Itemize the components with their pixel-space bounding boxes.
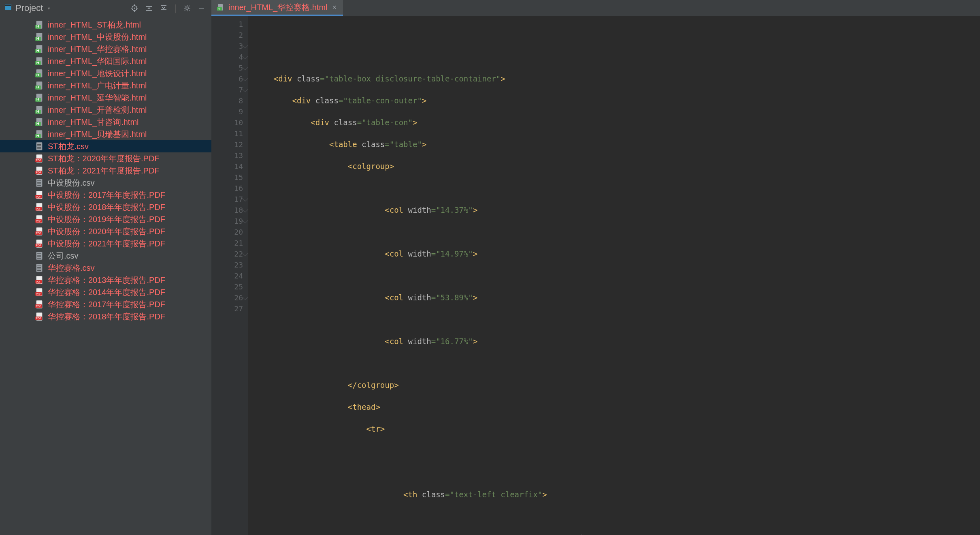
- tree-row[interactable]: 中设股份.csv: [0, 177, 211, 189]
- line-number[interactable]: 18: [211, 205, 243, 216]
- line-number[interactable]: 14: [211, 161, 243, 172]
- html-file-icon: H: [35, 69, 44, 78]
- html-file-icon: H: [35, 93, 44, 102]
- line-number[interactable]: 26: [211, 292, 243, 303]
- pdf-file-icon: PDF: [35, 166, 44, 175]
- pdf-file-icon: PDF: [35, 203, 44, 212]
- svg-point-3: [134, 7, 135, 9]
- line-number[interactable]: 10: [211, 117, 243, 128]
- tree-row[interactable]: PDF华控赛格：2013年年度报告.PDF: [0, 274, 211, 286]
- project-view-dropdown[interactable]: ▾: [47, 5, 50, 11]
- fold-handle-icon[interactable]: [242, 206, 249, 213]
- gear-icon[interactable]: [181, 2, 193, 14]
- line-number[interactable]: 15: [211, 172, 243, 183]
- editor-code-area[interactable]: <div class="table-box disclosure-table-c…: [248, 16, 980, 535]
- fold-handle-icon[interactable]: [242, 195, 249, 202]
- editor-gutter[interactable]: 1234567891011121314151617181920212223242…: [211, 16, 248, 535]
- line-number[interactable]: 17: [211, 194, 243, 205]
- tree-row[interactable]: PDF中设股份：2017年年度报告.PDF: [0, 189, 211, 201]
- pdf-file-icon: PDF: [35, 154, 44, 163]
- tree-row[interactable]: 华控赛格.csv: [0, 262, 211, 274]
- line-number[interactable]: 22: [211, 248, 243, 259]
- line-number[interactable]: 6: [211, 73, 243, 84]
- line-number[interactable]: 4: [211, 51, 243, 62]
- pdf-file-icon: PDF: [35, 312, 44, 321]
- tree-row[interactable]: ST柏龙.csv: [0, 140, 211, 152]
- svg-text:PDF: PDF: [36, 232, 41, 235]
- tree-row[interactable]: Hinner_HTML_ST柏龙.html: [0, 19, 211, 31]
- line-number[interactable]: 2: [211, 30, 243, 41]
- fold-handle-icon[interactable]: [242, 64, 249, 71]
- line-number[interactable]: 3: [211, 41, 243, 51]
- line-number[interactable]: 5: [211, 62, 243, 73]
- tree-row[interactable]: Hinner_HTML_延华智能.html: [0, 92, 211, 104]
- line-number[interactable]: 11: [211, 128, 243, 139]
- line-number[interactable]: 23: [211, 259, 243, 270]
- tree-row[interactable]: Hinner_HTML_华控赛格.html: [0, 43, 211, 55]
- line-number[interactable]: 21: [211, 238, 243, 248]
- editor-tab-active[interactable]: H inner_HTML_华控赛格.html ×: [211, 0, 343, 16]
- svg-text:H: H: [36, 121, 39, 126]
- tree-row[interactable]: PDF中设股份：2019年年度报告.PDF: [0, 213, 211, 225]
- tree-row[interactable]: PDF华控赛格：2014年年度报告.PDF: [0, 286, 211, 298]
- svg-text:PDF: PDF: [36, 293, 41, 295]
- minimize-icon[interactable]: [196, 2, 207, 14]
- tree-row[interactable]: Hinner_HTML_华阳国际.html: [0, 55, 211, 67]
- file-name-label: ST柏龙：2021年年度报告.PDF: [48, 165, 160, 176]
- code-editor[interactable]: 1234567891011121314151617181920212223242…: [211, 16, 980, 535]
- tree-row[interactable]: PDF中设股份：2020年年度报告.PDF: [0, 225, 211, 238]
- line-number[interactable]: 27: [211, 303, 243, 314]
- file-name-label: 中设股份：2017年年度报告.PDF: [48, 190, 165, 201]
- project-title[interactable]: Project: [15, 3, 43, 13]
- svg-text:H: H: [36, 48, 39, 53]
- fold-handle-icon[interactable]: [242, 53, 249, 60]
- expand-all-icon[interactable]: [143, 2, 155, 14]
- svg-text:PDF: PDF: [36, 171, 41, 174]
- line-number[interactable]: 13: [211, 150, 243, 161]
- file-name-label: 华控赛格：2013年年度报告.PDF: [48, 275, 165, 286]
- fold-handle-icon[interactable]: [242, 217, 249, 224]
- fold-handle-icon[interactable]: [242, 294, 249, 300]
- tree-row[interactable]: Hinner_HTML_开普检测.html: [0, 104, 211, 116]
- fold-handle-icon[interactable]: [242, 86, 249, 92]
- line-number[interactable]: 16: [211, 183, 243, 194]
- tree-row[interactable]: Hinner_HTML_贝瑞基因.html: [0, 128, 211, 140]
- line-number[interactable]: 1: [211, 19, 243, 30]
- tree-row[interactable]: Hinner_HTML_中设股份.html: [0, 31, 211, 43]
- tree-row[interactable]: PDF华控赛格：2018年年度报告.PDF: [0, 310, 211, 323]
- file-name-label: inner_HTML_ST柏龙.html: [48, 19, 141, 30]
- line-number[interactable]: 19: [211, 216, 243, 227]
- svg-text:H: H: [36, 133, 39, 138]
- svg-text:H: H: [218, 7, 220, 10]
- line-number[interactable]: 20: [211, 227, 243, 238]
- tree-row[interactable]: PDFST柏龙：2021年年度报告.PDF: [0, 165, 211, 177]
- collapse-all-icon[interactable]: [158, 2, 169, 14]
- svg-rect-58: [36, 179, 43, 187]
- tree-row[interactable]: Hinner_HTML_甘咨询.html: [0, 116, 211, 128]
- tree-row[interactable]: PDF华控赛格：2017年年度报告.PDF: [0, 298, 211, 310]
- tree-row[interactable]: PDFST柏龙：2020年年度报告.PDF: [0, 152, 211, 165]
- project-tree[interactable]: Hinner_HTML_ST柏龙.htmlHinner_HTML_中设股份.ht…: [0, 16, 211, 535]
- close-icon[interactable]: ×: [332, 3, 338, 12]
- fold-handle-icon[interactable]: [242, 250, 249, 257]
- line-number[interactable]: 12: [211, 139, 243, 150]
- svg-text:PDF: PDF: [36, 244, 41, 247]
- tree-row[interactable]: Hinner_HTML_地铁设计.html: [0, 67, 211, 79]
- line-number[interactable]: 7: [211, 84, 243, 95]
- line-number[interactable]: 24: [211, 270, 243, 281]
- file-name-label: 中设股份：2019年年度报告.PDF: [48, 214, 165, 225]
- project-view-icon: [4, 3, 12, 13]
- svg-point-12: [186, 7, 188, 9]
- tree-row[interactable]: PDF中设股份：2018年年度报告.PDF: [0, 201, 211, 213]
- tree-row[interactable]: 公司.csv: [0, 250, 211, 262]
- tree-row[interactable]: PDF中设股份：2021年年度报告.PDF: [0, 238, 211, 250]
- fold-handle-icon[interactable]: [242, 75, 249, 81]
- file-name-label: inner_HTML_延华智能.html: [48, 92, 147, 103]
- line-number[interactable]: 8: [211, 95, 243, 106]
- locate-icon[interactable]: [129, 2, 140, 14]
- tree-row[interactable]: Hinner_HTML_广电计量.html: [0, 79, 211, 92]
- svg-text:H: H: [36, 109, 39, 113]
- line-number[interactable]: 9: [211, 106, 243, 117]
- fold-handle-icon[interactable]: [242, 42, 249, 49]
- line-number[interactable]: 25: [211, 281, 243, 292]
